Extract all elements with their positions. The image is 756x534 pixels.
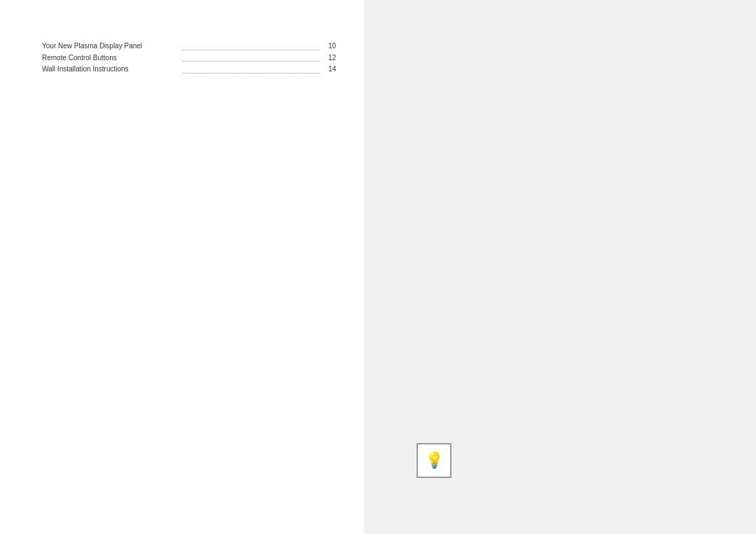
toc-intro-item: Wall Installation Instructions 14 (42, 64, 336, 76)
toc-item-text: Wall Installation Instructions (42, 64, 180, 76)
general-info-title: 💡 (406, 443, 672, 478)
toc-item-dots (182, 52, 320, 62)
general-info-panel: 💡 (364, 0, 756, 534)
toc-item-text: Your New Plasma Display Panel (42, 41, 180, 52)
general-info-section: 💡 (406, 443, 672, 492)
toc-intro: Your New Plasma Display Panel 10 Remote … (42, 41, 336, 76)
toc-panel: Your New Plasma Display Panel 10 Remote … (0, 0, 364, 534)
toc-item-dots (182, 64, 320, 73)
lightbulb-icon: 💡 (416, 443, 451, 478)
toc-item-dots (182, 41, 320, 50)
toc-item-page: 10 (322, 41, 336, 52)
toc-item-text: Remote Control Buttons (42, 52, 180, 64)
toc-item-page: 14 (322, 64, 336, 76)
toc-intro-item: Remote Control Buttons 12 (42, 52, 336, 64)
toc-intro-item: Your New Plasma Display Panel 10 (42, 41, 336, 52)
toc-item-page: 12 (322, 52, 336, 64)
